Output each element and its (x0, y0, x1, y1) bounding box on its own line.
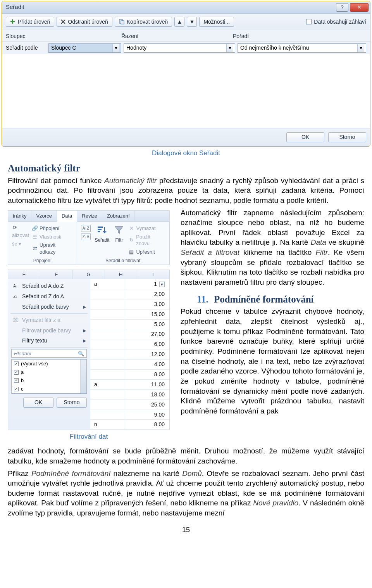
ribbon-group-title: Seřadit a filtrovat (81, 258, 165, 264)
clear-icon: ✕ (129, 226, 134, 231)
add-level-button[interactable]: Přidat úroveň (6, 17, 54, 27)
autofilter-menu: A↓Seřadit od A do Z Z↓Seřadit od Z do A … (8, 279, 90, 430)
ribbon-item: ✕Vymazat (129, 224, 165, 233)
ribbon-tab-data[interactable]: Data (57, 211, 77, 222)
arrow-down-icon: ▼ (189, 18, 195, 26)
excel-ribbon: tránky Vzorce Data Revize Zobrazení ⟳ al… (8, 210, 170, 265)
ribbon-tab[interactable]: Zobrazení (102, 211, 135, 222)
filter-value-item[interactable]: ✓b (12, 376, 80, 385)
column-header[interactable]: G (72, 270, 105, 279)
clear-filter-icon: ⌧ (12, 316, 19, 324)
help-icon: ? (341, 4, 343, 11)
copy-level-button[interactable]: Kopírovat úroveň (115, 17, 172, 27)
options-label: Možnosti... (203, 18, 230, 26)
filter-value-item[interactable]: ✓c (12, 385, 80, 393)
headers-checkbox[interactable]: Data obsahují záhlaví (306, 18, 366, 26)
column-header[interactable]: I (137, 270, 169, 279)
scrollbar[interactable] (80, 360, 86, 393)
filter-menu-figure: E F G H I A↓Seřadit od A do Z Z↓Seřadit … (8, 270, 170, 430)
svg-rect-5 (121, 21, 124, 24)
move-up-button[interactable]: ▲ (174, 17, 184, 27)
filter-by-color-item: Filtrovat podle barvy▶ (8, 325, 90, 336)
table-row: 18,00 (90, 390, 169, 400)
close-button[interactable]: ✕ (350, 3, 369, 12)
properties-icon: ☰ (32, 234, 38, 239)
text-filters-item[interactable]: Filtry textu▶ (8, 336, 90, 346)
copy-level-label: Kopírovat úroveň (127, 18, 168, 26)
sort-az-item[interactable]: A↓Seřadit od A do Z (8, 281, 90, 291)
chevron-down-icon: ▾ (112, 44, 119, 52)
column-header-poradi: Pořadí (233, 33, 366, 40)
remove-level-label: Odstranit úroveň (68, 18, 108, 26)
table-row: 6,00 (90, 339, 169, 349)
sort-grid-row: Seřadit podle Sloupec C ▾ Hodnoty ▾ Od n… (2, 42, 370, 54)
search-input[interactable]: Hledání 🔍 (11, 349, 87, 358)
search-icon: 🔍 (78, 350, 84, 357)
sort-column-dropdown[interactable]: Sloupec C ▾ (48, 43, 121, 53)
paragraph: zadávat hodnoty, formátování se bude prů… (8, 446, 364, 466)
ribbon-item[interactable]: ▤Upřesnit (129, 248, 165, 256)
ribbon-tab[interactable]: Vzorce (31, 211, 57, 222)
connection-icon: 🔗 (32, 226, 38, 231)
sort-grid-body (2, 54, 370, 128)
select-all-item[interactable]: ✓(Vybrat vše) (12, 360, 80, 368)
add-icon (10, 19, 16, 24)
remove-level-button[interactable]: Odstranit úroveň (57, 17, 112, 27)
sort-za-item[interactable]: Z↓Seřadit od Z do A (8, 291, 90, 302)
chevron-right-icon: ▶ (83, 338, 86, 344)
sort-az-icon: A↓ (12, 284, 19, 289)
sort-icon[interactable] (96, 224, 108, 236)
sort-za-button[interactable]: Z↓A (81, 233, 91, 241)
chevron-down-icon: ▾ (357, 44, 364, 52)
filter-values-list: ✓(Vybrat vše) ✓a ✓b ✓c (11, 359, 87, 393)
advanced-icon: ▤ (129, 249, 134, 254)
sort-by-dropdown[interactable]: Hodnoty ▾ (124, 43, 235, 53)
sort-by-value: Hodnoty (126, 44, 146, 52)
search-placeholder: Hledání (14, 350, 31, 357)
ribbon-item[interactable]: 🔗Připojení (32, 224, 73, 233)
column-header[interactable]: E (8, 270, 40, 279)
checkbox-icon: ✓ (14, 361, 19, 366)
menu-ok-button[interactable]: OK (23, 398, 53, 408)
dialog-title: Seřadit (6, 3, 24, 11)
reapply-icon: ↻ (129, 237, 134, 243)
filter-icon[interactable] (113, 224, 125, 236)
table-row: 15,00 (90, 310, 169, 320)
sort-az-button[interactable]: A↓Z (81, 224, 91, 233)
sort-order-dropdown[interactable]: Od nejmenšího k největšímu ▾ (238, 43, 366, 53)
filter-dropdown-icon[interactable]: ▾ (159, 282, 165, 287)
column-header[interactable]: F (40, 270, 72, 279)
checkbox-icon: ✓ (14, 387, 19, 391)
help-button[interactable]: ? (336, 3, 348, 12)
remove-icon (61, 19, 65, 24)
figure-block: tránky Vzorce Data Revize Zobrazení ⟳ al… (8, 210, 170, 443)
ribbon-group-title: Připojení (12, 258, 73, 264)
filter-value-item[interactable]: ✓a (12, 368, 80, 377)
ribbon-tab[interactable]: Revize (77, 211, 102, 222)
sort-za-icon: Z↓ (12, 294, 19, 299)
column-header-sloupec: Sloupec (6, 33, 121, 40)
table-row: a11,00 (90, 380, 169, 390)
ribbon-item: še ▾ (12, 240, 29, 248)
options-button[interactable]: Možnosti... (199, 17, 234, 27)
ok-button[interactable]: OK (286, 132, 324, 142)
sort-by-color-item[interactable]: Seřadit podle barvy▶ (8, 302, 90, 312)
figure-caption: Dialogové okno Seřadit (8, 149, 364, 158)
clear-filter-item: ⌧Vymazat filtr z a (8, 315, 90, 325)
checkbox-icon: ✓ (14, 370, 19, 375)
cancel-button[interactable]: Storno (328, 132, 366, 142)
table-row: n8,00 (90, 420, 169, 430)
move-down-button[interactable]: ▼ (187, 17, 197, 27)
add-level-label: Přidat úroveň (18, 18, 50, 26)
dialog-titlebar: Seřadit ? ✕ (2, 1, 370, 14)
menu-cancel-button[interactable]: Storno (57, 398, 87, 408)
ribbon-item[interactable]: ⇄Upravit odkazy (32, 241, 73, 256)
ribbon-tab[interactable]: tránky (8, 211, 31, 222)
headers-label: Data obsahují záhlaví (314, 18, 366, 26)
column-header[interactable]: H (105, 270, 137, 279)
svg-rect-7 (98, 229, 102, 230)
sort-row-label: Seřadit podle (6, 44, 46, 52)
sort-column-value: Sloupec C (51, 44, 76, 52)
ribbon-item: ☰Vlastnosti (32, 233, 73, 241)
table-row: a1▾ (90, 279, 169, 289)
